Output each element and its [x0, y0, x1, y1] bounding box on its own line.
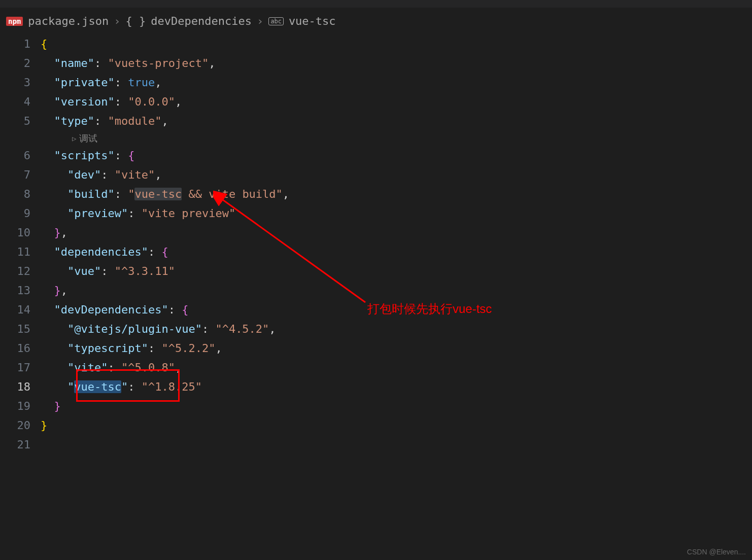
code-content[interactable]: { "name": "vuets-project", "private": tr… — [41, 34, 752, 454]
play-icon: ▷ — [72, 131, 76, 146]
tab-bar — [0, 0, 752, 8]
line-gutter: 1 2 3 4 5 6 7 8 9 10 11 12 13 14 15 16 1… — [0, 34, 41, 454]
string-icon: abc — [268, 17, 284, 25]
chevron-right-icon: › — [257, 15, 263, 27]
occurrence-highlight: vue-tsc — [134, 188, 182, 200]
watermark: CSDN @Eleven.... — [687, 548, 746, 556]
breadcrumb-section[interactable]: devDependencies — [151, 15, 252, 27]
selection-highlight: vue-tsc — [74, 380, 121, 393]
breadcrumb-item[interactable]: vue-tsc — [289, 15, 336, 27]
npm-icon: npm — [6, 17, 23, 26]
code-editor[interactable]: 1 2 3 4 5 6 7 8 9 10 11 12 13 14 15 16 1… — [0, 34, 752, 454]
annotation-label: 打包时候先执行vue-tsc — [367, 301, 492, 317]
breadcrumb[interactable]: npm package.json › { } devDependencies ›… — [0, 8, 752, 34]
chevron-right-icon: › — [114, 15, 120, 27]
codelens-debug[interactable]: ▷调试 — [41, 131, 752, 146]
breadcrumb-file[interactable]: package.json — [28, 15, 109, 27]
braces-icon: { } — [126, 15, 146, 27]
